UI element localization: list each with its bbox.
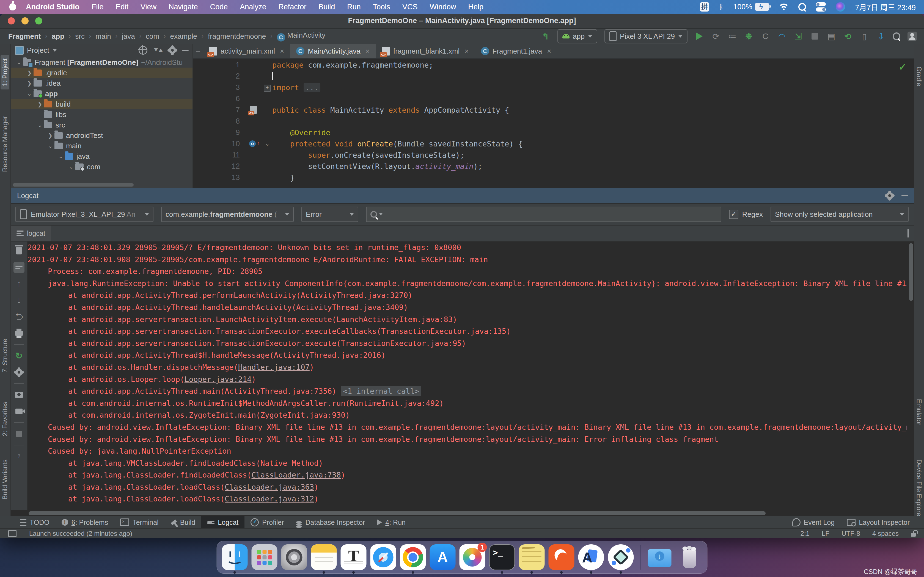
profile-icon[interactable]: C [761, 32, 770, 41]
run-configuration-dropdown[interactable]: app [557, 29, 597, 44]
siri-icon[interactable] [836, 2, 845, 11]
menu-item-tools[interactable]: Tools [373, 3, 390, 11]
tab-mainactivity-java[interactable]: CMainActivity.java× [290, 44, 376, 58]
control-center-icon[interactable] [816, 2, 826, 11]
code-editor[interactable]: 1package com.example.fragmentdemoone;23+… [193, 60, 914, 188]
tree-chevron-icon[interactable]: ⌄ [15, 59, 23, 66]
tab-fragment1-java[interactable]: CFragment1.java× [475, 44, 557, 58]
caret-position[interactable]: 2:1 [801, 530, 809, 537]
stack-trace-link[interactable]: ClassLoader.java:363 [225, 483, 314, 491]
search-everywhere-icon[interactable] [893, 32, 900, 40]
gear-icon[interactable] [169, 47, 176, 54]
breadcrumb-item-fragment[interactable]: Fragment [8, 32, 41, 41]
chevron-down-icon[interactable] [53, 49, 57, 52]
close-icon[interactable]: × [365, 47, 370, 55]
stack-trace-link[interactable]: ClassLoader.java:312 [225, 495, 314, 503]
fold-marker[interactable] [262, 161, 272, 172]
down-stack-trace-icon[interactable]: ↓ [13, 295, 24, 306]
toolwindow-button-terminal[interactable]: >Terminal [114, 516, 165, 529]
breadcrumb-item-mainactivity[interactable]: CMainActivity [277, 31, 326, 42]
back-arrow-icon[interactable]: ↰ [541, 32, 550, 41]
fold-marker[interactable] [262, 93, 272, 105]
run-list-icon[interactable]: ≔ [728, 32, 737, 41]
dock-item-postman[interactable] [549, 544, 575, 570]
fold-marker[interactable] [262, 127, 272, 138]
tab-logcat[interactable]: logcat [11, 226, 51, 241]
inspection-ok-icon[interactable]: ✓ [899, 61, 907, 73]
tree-item-libs[interactable]: libs [11, 110, 192, 120]
breadcrumb-item-java[interactable]: java [122, 32, 135, 41]
tree-chevron-icon[interactable]: ❯ [25, 80, 34, 87]
fold-marker[interactable] [262, 172, 272, 183]
logcat-settings-icon[interactable] [13, 367, 24, 378]
fold-marker[interactable] [262, 71, 272, 82]
breadcrumb-item-fragmentdemoone[interactable]: fragmentdemoone [208, 32, 266, 41]
scroll-to-end-icon[interactable] [13, 262, 24, 273]
related-layout-icon[interactable] [250, 106, 257, 114]
tree-item--gradle[interactable]: ❯.gradle [11, 68, 192, 78]
dock-item-androidstudio[interactable] [578, 544, 604, 570]
tree-chevron-icon[interactable]: ⌄ [46, 143, 55, 149]
logcat-vertical-scrollbar[interactable] [909, 243, 913, 301]
dock-item-settings[interactable] [281, 544, 307, 570]
wifi-icon[interactable] [779, 3, 788, 10]
project-view-title[interactable]: Project [27, 46, 49, 55]
regex-checkbox[interactable]: ✓ [729, 210, 738, 219]
screen-record-icon[interactable] [13, 406, 24, 417]
fold-marker[interactable]: + [262, 82, 272, 93]
tab-fragment-blank1-xml[interactable]: fragment_blank1.xml× [376, 44, 475, 58]
sidebar-item-resource-manager[interactable]: Resource Manager [0, 113, 9, 175]
dock-item-terminal[interactable] [489, 544, 515, 570]
fold-marker[interactable] [262, 116, 272, 127]
soft-wrap-icon[interactable]: ⮌ [13, 311, 24, 322]
up-stack-trace-icon[interactable]: ↑ [13, 278, 24, 289]
regex-option[interactable]: ✓ Regex [729, 210, 763, 219]
tree-chevron-icon[interactable]: ❯ [46, 132, 55, 139]
tree-chevron-icon[interactable]: ⌄ [67, 163, 75, 170]
tab-activity-main-xml[interactable]: activity_main.xml× [203, 44, 290, 58]
close-icon[interactable]: × [280, 47, 284, 55]
project-horizontal-scrollbar[interactable] [13, 183, 134, 187]
toolwindow-button-layout-inspector[interactable]: Layout Inspector [841, 516, 916, 529]
toolwindow-button--run[interactable]: 4: Run [371, 516, 412, 529]
close-icon[interactable]: × [547, 47, 551, 55]
logcat-app-dropdown[interactable]: com.example.fragmentdemoone ( [161, 206, 294, 222]
debug-icon[interactable]: ❉ [744, 32, 753, 41]
logcat-filter-dropdown[interactable]: Show only selected application [771, 206, 909, 222]
menu-item-analyze[interactable]: Analyze [240, 3, 266, 11]
lock-icon[interactable] [911, 533, 916, 537]
menu-item-refactor[interactable]: Refactor [278, 3, 306, 11]
tree-item-main[interactable]: ⌄main [11, 141, 192, 151]
input-method-icon[interactable]: 拼 [700, 2, 709, 11]
dock-item-trash[interactable] [677, 544, 702, 570]
menu-item-edit[interactable]: Edit [115, 3, 128, 11]
sidebar-item-gradle[interactable]: Gradle [915, 63, 924, 90]
dock-item-notes[interactable] [311, 544, 337, 570]
bluetooth-icon[interactable]: ᛒ [719, 3, 724, 11]
logcat-device-dropdown[interactable]: Emulator Pixel_3_XL_API_29 An [15, 206, 153, 222]
menu-clock[interactable]: 7月7日 周三 23:49 [855, 2, 916, 12]
fold-marker[interactable] [262, 60, 272, 71]
avatar[interactable] [908, 32, 917, 41]
help-icon[interactable]: ? [13, 451, 24, 462]
window-layout-icon[interactable] [8, 530, 16, 537]
tree-item-java[interactable]: ⌄java [11, 151, 192, 161]
spotlight-search-icon[interactable] [798, 3, 806, 11]
tree-item-com[interactable]: ⌄com [11, 161, 192, 172]
logcat-horizontal-scrollbar[interactable] [29, 511, 766, 515]
dock-item-stickies[interactable] [519, 544, 545, 570]
menu-item-file[interactable]: File [92, 3, 104, 11]
menu-item-view[interactable]: View [141, 3, 157, 11]
dock-item-emulator[interactable] [608, 544, 634, 570]
sidebar-item-favorites[interactable]: 2: Favorites [0, 398, 9, 439]
breadcrumb-item-main[interactable]: main [95, 32, 111, 41]
tree-item-src[interactable]: ⌄src [11, 120, 192, 130]
tree-item-androidtest[interactable]: ❯androidTest [11, 130, 192, 141]
sidebar-item-build-variants[interactable]: Build Variants [0, 456, 9, 503]
menu-item-run[interactable]: Run [347, 3, 361, 11]
apple-menu-icon[interactable] [9, 3, 16, 10]
menu-item-window[interactable]: Window [430, 3, 456, 11]
sidebar-item-project[interactable]: 1: Project [0, 55, 9, 89]
status-message[interactable]: Launch succeeded (2 minutes ago) [29, 530, 132, 537]
avd-manager-icon[interactable]: ▯ [859, 32, 869, 41]
